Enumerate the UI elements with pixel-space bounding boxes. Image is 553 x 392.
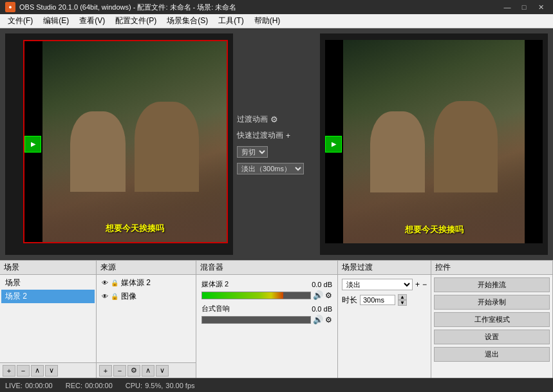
- source-lock-icon-1[interactable]: 🔒: [111, 279, 118, 286]
- mixer-ch1-bar-fill: [202, 292, 283, 299]
- mixer-ch1-gear-icon[interactable]: ⚙: [325, 291, 332, 300]
- close-button[interactable]: ✕: [534, 0, 548, 14]
- minimize-button[interactable]: —: [500, 0, 514, 14]
- mixer-panel-header: 混音器: [196, 261, 337, 275]
- sources-toolbar: + − ⚙ ∧ ∨: [97, 362, 196, 378]
- source-eye-icon-2[interactable]: 👁: [102, 293, 108, 300]
- scene-item-1[interactable]: 场景: [1, 276, 95, 290]
- studio-mode-button[interactable]: 工作室模式: [434, 312, 550, 327]
- sources-down-button[interactable]: ∨: [156, 365, 169, 377]
- scenes-down-button[interactable]: ∨: [45, 365, 58, 377]
- statusbar: LIVE: 00:00:00 REC: 00:00:00 CPU: 9.5%, …: [0, 378, 553, 392]
- scenes-remove-button[interactable]: −: [17, 365, 30, 377]
- menu-help[interactable]: 帮助(H): [249, 14, 286, 28]
- fade-row: 淡出（300ms）: [237, 163, 304, 174]
- menu-tools[interactable]: 工具(T): [213, 14, 248, 28]
- maximize-button[interactable]: □: [517, 0, 531, 14]
- transition-duration-label: 时长: [342, 295, 357, 306]
- menu-view[interactable]: 查看(V): [74, 14, 110, 28]
- scene-transition-panel: 场景过渡 淡出 + − 时长 ▲ ▼: [338, 261, 431, 378]
- exit-button[interactable]: 退出: [434, 347, 550, 362]
- scenes-up-button[interactable]: ∧: [31, 365, 44, 377]
- live-time: 00:00:00: [25, 382, 53, 389]
- green-box-left: ▶: [24, 136, 41, 153]
- duration-spinbox: ▲ ▼: [398, 294, 407, 306]
- rec-label: REC:: [66, 382, 82, 389]
- controls-panel-header: 控件: [431, 261, 552, 275]
- titlebar-left: ● OBS Studio 20.1.0 (64bit, windows) - 配…: [5, 2, 236, 12]
- settings-button[interactable]: 设置: [434, 330, 550, 344]
- cpu-value: 9.5%,: [145, 382, 163, 389]
- quick-transition-label: 快速过渡动画: [237, 130, 283, 141]
- mixer-channel-1: 媒体源 2 0.0 dB 🔊 ⚙: [199, 277, 335, 302]
- scenes-panel-content: 场景 场景 2: [0, 275, 96, 362]
- right-black-right: [525, 40, 543, 243]
- mixer-ch1-label-row: 媒体源 2 0.0 dB: [202, 279, 332, 289]
- duration-down-button[interactable]: ▼: [398, 300, 407, 306]
- transition-label-row: 过渡动画 ⚙: [237, 114, 278, 125]
- green-box-icon-left: ▶: [31, 141, 35, 147]
- transition-type-dropdown[interactable]: 淡出: [342, 279, 413, 290]
- mixer-ch2-bar-row: 🔊 ⚙: [202, 315, 332, 324]
- start-streaming-button[interactable]: 开始推流: [434, 277, 550, 292]
- scenes-add-button[interactable]: +: [3, 365, 15, 377]
- mixer-ch1-mute-icon[interactable]: 🔊: [313, 290, 323, 300]
- mixer-ch2-name: 台式音响: [202, 304, 230, 313]
- sources-settings-button[interactable]: ⚙: [127, 365, 140, 377]
- sources-panel-header: 来源: [97, 261, 196, 275]
- duration-up-button[interactable]: ▲: [398, 294, 407, 300]
- green-box-icon-right: ▶: [332, 141, 336, 147]
- menu-file[interactable]: 文件(F): [3, 14, 38, 28]
- source-eye-icon-1[interactable]: 👁: [102, 279, 108, 286]
- sources-remove-button[interactable]: −: [113, 365, 126, 377]
- start-recording-button[interactable]: 开始录制: [434, 295, 550, 310]
- controls-panel: 控件 开始推流 开始录制 工作室模式 设置 退出: [431, 261, 553, 378]
- mixer-ch2-gear-icon[interactable]: ⚙: [325, 315, 332, 324]
- mixer-ch2-mute-icon[interactable]: 🔊: [313, 315, 323, 324]
- scenes-panel: 场景 场景 场景 2 + − ∧ ∨: [0, 261, 97, 378]
- green-box-right: ▶: [325, 136, 342, 153]
- transition-minus-icon[interactable]: −: [422, 280, 427, 289]
- transition-type-row: 淡出 + −: [342, 279, 427, 290]
- cpu-label: CPU:: [126, 382, 142, 389]
- cpu-status: CPU: 9.5%, 30.00 fps: [126, 382, 195, 389]
- transition-center-panel: 过渡动画 ⚙ 快速过渡动画 + 剪切 淡出（300ms）: [233, 33, 320, 255]
- menu-edit[interactable]: 编辑(E): [38, 14, 74, 28]
- live-label: LIVE:: [5, 382, 23, 389]
- right-preview: 想要今天挨揍吗 ▶: [320, 33, 548, 255]
- bottom-panels: 场景 场景 场景 2 + − ∧ ∨ 来源 👁 🔒 媒体源 2: [0, 260, 553, 378]
- menubar: 文件(F) 编辑(E) 查看(V) 配置文件(P) 场景集合(S) 工具(T) …: [0, 14, 553, 28]
- window-title: OBS Studio 20.1.0 (64bit, windows) - 配置文…: [19, 3, 236, 12]
- transition-gear-icon[interactable]: ⚙: [270, 115, 278, 124]
- rec-status: REC: 00:00:00: [66, 382, 113, 389]
- transition-label: 过渡动画: [237, 114, 268, 125]
- live-status: LIVE: 00:00:00: [5, 382, 53, 389]
- quick-transition-row: 快速过渡动画 +: [237, 130, 290, 141]
- menu-scene-collection[interactable]: 场景集合(S): [162, 14, 213, 28]
- left-preview: 想要今天挨揍吗 ▶: [5, 33, 233, 255]
- video-subtitle-left: 想要今天挨揍吗: [42, 223, 227, 234]
- mixer-ch1-bar-bg: [202, 292, 311, 299]
- source-item-2[interactable]: 👁 🔒 图像: [98, 290, 194, 303]
- sources-add-button[interactable]: +: [99, 365, 112, 377]
- mixer-panel-content: 媒体源 2 0.0 dB 🔊 ⚙ 台式音响 0.0 d: [196, 275, 337, 378]
- scene-item-2[interactable]: 场景 2: [1, 290, 95, 303]
- left-video-content: 想要今天挨揍吗: [42, 41, 227, 242]
- quick-transition-add-icon[interactable]: +: [286, 131, 290, 140]
- mixer-channel-2: 台式音响 0.0 dB 🔊 ⚙: [199, 302, 335, 326]
- transition-duration-row: 时长 ▲ ▼: [342, 294, 427, 306]
- sources-up-button[interactable]: ∧: [142, 365, 155, 377]
- cut-dropdown[interactable]: 剪切: [237, 146, 268, 158]
- titlebar: ● OBS Studio 20.1.0 (64bit, windows) - 配…: [0, 0, 553, 14]
- scenes-panel-header: 场景: [0, 261, 96, 275]
- rec-time: 00:00:00: [85, 382, 113, 389]
- transition-plus-icon[interactable]: +: [415, 280, 420, 289]
- source-lock-icon-2[interactable]: 🔒: [111, 293, 118, 300]
- transition-duration-input[interactable]: [360, 295, 395, 305]
- menu-profile[interactable]: 配置文件(P): [110, 14, 162, 28]
- video-subtitle-right: 想要今天挨揍吗: [343, 224, 525, 236]
- source-item-1[interactable]: 👁 🔒 媒体源 2: [98, 276, 194, 290]
- sources-panel: 来源 👁 🔒 媒体源 2 👁 🔒 图像 + − ⚙ ∧ ∨: [97, 261, 196, 378]
- fade-dropdown[interactable]: 淡出（300ms）: [237, 163, 304, 174]
- mixer-ch1-bar-row: 🔊 ⚙: [202, 290, 332, 300]
